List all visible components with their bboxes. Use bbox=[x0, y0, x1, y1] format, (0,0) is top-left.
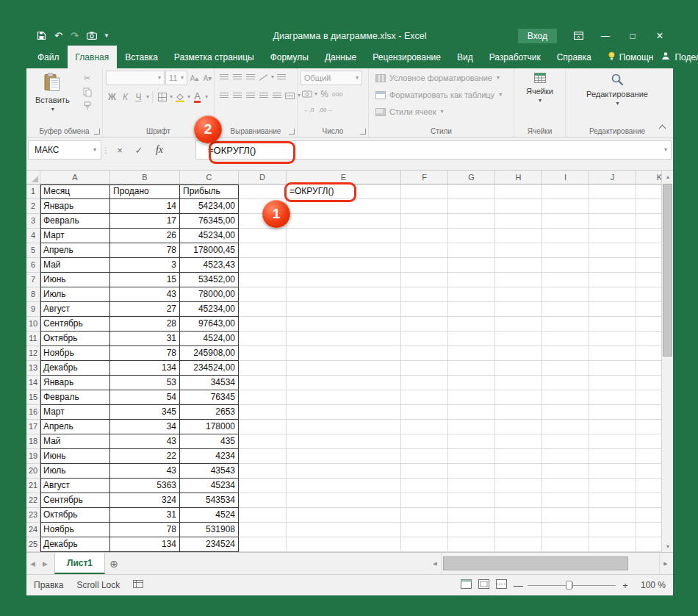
cell-F8[interactable] bbox=[401, 287, 448, 302]
align-top-button[interactable] bbox=[217, 71, 230, 84]
cell-K19[interactable] bbox=[636, 449, 661, 464]
cell-K13[interactable] bbox=[636, 361, 661, 376]
cell-H13[interactable] bbox=[495, 361, 542, 376]
cell-J8[interactable] bbox=[589, 287, 636, 302]
cell-E9[interactable] bbox=[287, 302, 401, 317]
cell-K6[interactable] bbox=[636, 258, 661, 273]
cell-G11[interactable] bbox=[448, 332, 495, 346]
cell-A7[interactable]: Июнь bbox=[40, 273, 110, 287]
cell-F5[interactable] bbox=[401, 243, 448, 258]
cell-E19[interactable] bbox=[287, 449, 401, 464]
cell-G22[interactable] bbox=[448, 493, 495, 508]
cell-G21[interactable] bbox=[448, 479, 495, 493]
cell-C20[interactable]: 43543 bbox=[180, 464, 239, 479]
cell-C21[interactable]: 45234 bbox=[180, 479, 239, 493]
cell-B4[interactable]: 26 bbox=[110, 229, 180, 243]
cell-K5[interactable] bbox=[636, 243, 661, 258]
row-header-22[interactable]: 22 bbox=[26, 493, 40, 508]
dialog-launcher-icon[interactable] bbox=[289, 129, 295, 135]
grow-font-button[interactable]: А▴ bbox=[188, 71, 201, 85]
row-header-16[interactable]: 16 bbox=[26, 405, 40, 420]
cell-J23[interactable] bbox=[589, 508, 636, 523]
cell-C23[interactable]: 4524 bbox=[180, 508, 239, 523]
editing-button[interactable]: Редактирование ▾ bbox=[580, 71, 654, 109]
cell-D18[interactable] bbox=[239, 434, 287, 449]
cell-J5[interactable] bbox=[589, 243, 636, 258]
page-layout-view-icon[interactable] bbox=[478, 579, 489, 591]
cell-K9[interactable] bbox=[636, 302, 661, 317]
cell-E25[interactable] bbox=[287, 537, 401, 552]
add-sheet-icon[interactable]: ⊕ bbox=[105, 558, 123, 570]
cell-F6[interactable] bbox=[401, 258, 448, 273]
cell-H16[interactable] bbox=[495, 405, 542, 420]
cell-F2[interactable] bbox=[401, 199, 448, 214]
cell-K2[interactable] bbox=[636, 199, 661, 214]
cell-B20[interactable]: 43 bbox=[110, 464, 180, 479]
cell-J17[interactable] bbox=[589, 420, 636, 434]
cell-A10[interactable]: Сентябрь bbox=[40, 317, 110, 332]
cell-A12[interactable]: Ноябрь bbox=[40, 346, 110, 361]
cell-B13[interactable]: 134 bbox=[110, 361, 180, 376]
maximize-button[interactable]: □ bbox=[627, 31, 638, 41]
cut-icon[interactable]: ✂ bbox=[79, 72, 96, 85]
cell-I13[interactable] bbox=[542, 361, 589, 376]
col-header-B[interactable]: B bbox=[110, 171, 180, 185]
cell-G2[interactable] bbox=[448, 199, 495, 214]
dialog-launcher-icon[interactable] bbox=[206, 129, 212, 135]
cell-H4[interactable] bbox=[495, 229, 542, 243]
cell-A17[interactable]: Апрель bbox=[40, 420, 110, 434]
cell-J13[interactable] bbox=[589, 361, 636, 376]
close-button[interactable]: × bbox=[654, 29, 666, 43]
paste-button[interactable]: Вставить ▾ bbox=[29, 71, 76, 115]
cell-I14[interactable] bbox=[542, 376, 589, 390]
ribbon-tab-2[interactable]: Вставка bbox=[117, 46, 166, 68]
cell-C15[interactable]: 76345 bbox=[180, 390, 239, 405]
row-header-8[interactable]: 8 bbox=[26, 287, 40, 302]
row-header-12[interactable]: 12 bbox=[26, 346, 40, 361]
cell-C12[interactable]: 245908,00 bbox=[180, 346, 239, 361]
row-header-6[interactable]: 6 bbox=[26, 258, 40, 273]
cell-F1[interactable] bbox=[401, 185, 448, 199]
cell-B9[interactable]: 27 bbox=[110, 302, 180, 317]
cell-F11[interactable] bbox=[401, 332, 448, 346]
cell-K17[interactable] bbox=[636, 420, 661, 434]
cell-A22[interactable]: Сентябрь bbox=[40, 493, 110, 508]
cell-G8[interactable] bbox=[448, 287, 495, 302]
cell-C10[interactable]: 97643,00 bbox=[180, 317, 239, 332]
row-header-21[interactable]: 21 bbox=[26, 479, 40, 493]
col-header-H[interactable]: H bbox=[495, 171, 542, 185]
cell-J16[interactable] bbox=[589, 405, 636, 420]
cell-E14[interactable] bbox=[287, 376, 401, 390]
row-header-1[interactable]: 1 bbox=[26, 185, 40, 199]
cell-B2[interactable]: 14 bbox=[110, 199, 180, 214]
cell-B7[interactable]: 15 bbox=[110, 273, 180, 287]
cell-J7[interactable] bbox=[589, 273, 636, 287]
row-header-2[interactable]: 2 bbox=[26, 199, 40, 214]
cell-I3[interactable] bbox=[542, 214, 589, 229]
decrease-decimal-button[interactable]: ,00→ bbox=[317, 103, 334, 116]
cell-F24[interactable] bbox=[401, 523, 448, 537]
cell-C24[interactable]: 531908 bbox=[180, 523, 239, 537]
align-middle-button[interactable] bbox=[231, 71, 243, 84]
share-button[interactable]: Поделиться bbox=[661, 46, 698, 68]
cell-K11[interactable] bbox=[636, 332, 661, 346]
cell-B25[interactable]: 134 bbox=[110, 537, 180, 552]
cell-J19[interactable] bbox=[589, 449, 636, 464]
cell-K22[interactable] bbox=[636, 493, 661, 508]
ribbon-tab-0[interactable]: Файл bbox=[29, 46, 68, 68]
cell-J3[interactable] bbox=[589, 214, 636, 229]
cell-A3[interactable]: Февраль bbox=[40, 214, 110, 229]
scroll-up-icon[interactable]: ▲ bbox=[662, 171, 674, 182]
cell-E13[interactable] bbox=[287, 361, 401, 376]
cell-D20[interactable] bbox=[239, 464, 287, 479]
cell-H11[interactable] bbox=[495, 332, 542, 346]
cell-D2[interactable] bbox=[239, 199, 287, 214]
normal-view-icon[interactable] bbox=[461, 579, 472, 591]
cell-G15[interactable] bbox=[448, 390, 495, 405]
cell-F3[interactable] bbox=[401, 214, 448, 229]
cell-E22[interactable] bbox=[287, 493, 401, 508]
cell-K12[interactable] bbox=[636, 346, 661, 361]
cell-K20[interactable] bbox=[636, 464, 661, 479]
cell-G25[interactable] bbox=[448, 537, 495, 552]
cell-E4[interactable] bbox=[287, 229, 401, 243]
